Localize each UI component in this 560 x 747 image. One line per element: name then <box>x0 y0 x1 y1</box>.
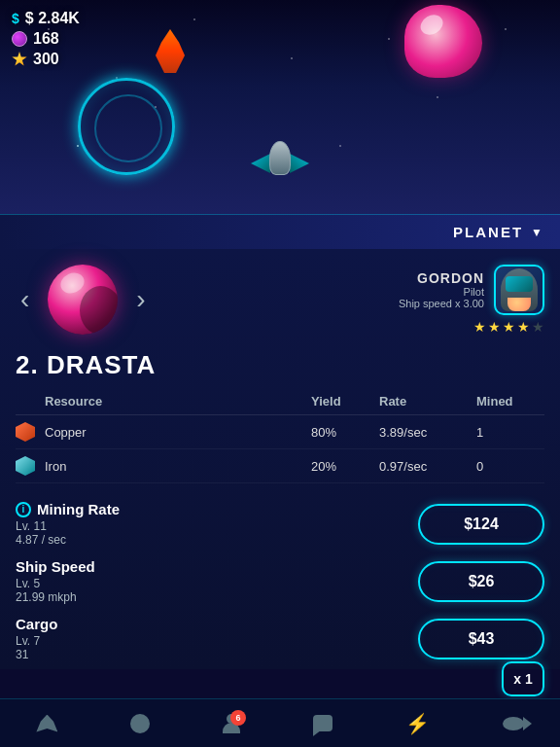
resources-table: Resource Yield Rate Mined Copper 80% 3.8… <box>0 388 560 493</box>
upgrade-ship-speed-label: Ship Speed <box>16 558 95 575</box>
pilot-info-row: GORDON Pilot Ship speed x 3.00 <box>399 265 544 315</box>
pilot-stars: ★ ★ ★ ★ ★ <box>473 319 544 335</box>
creature-body <box>404 5 482 78</box>
upgrade-mining-rate-price: $124 <box>464 516 499 533</box>
spaceship <box>251 136 309 185</box>
copper-mined: 1 <box>476 425 544 440</box>
planet-prev-button[interactable]: ‹ <box>16 284 34 315</box>
upgrade-ship-speed-title: Ship Speed <box>16 558 418 575</box>
nav-item-chat[interactable] <box>313 715 332 731</box>
upgrade-cargo-value: 31 <box>16 648 418 661</box>
planet-header-bar[interactable]: PLANET ▼ <box>0 214 560 249</box>
dropdown-arrow-icon[interactable]: ▼ <box>531 226 544 239</box>
upgrade-mining-rate-title: i Mining Rate <box>16 501 418 517</box>
planet-name: 2. DRASTA <box>16 350 544 380</box>
upgrade-mining-rate-info: i Mining Rate Lv. 11 4.87 / sec <box>16 501 418 547</box>
nav-item-person[interactable]: 6 <box>223 714 240 733</box>
coins-display: 300 <box>12 51 80 68</box>
iron-rate: 0.97/sec <box>379 459 476 474</box>
game-viewport: $ $ 2.84K 168 300 <box>0 0 560 214</box>
ship-wing-left <box>251 154 270 173</box>
money-display: $ $ 2.84K <box>12 10 80 27</box>
upgrade-cargo-label: Cargo <box>16 616 57 632</box>
star-4: ★ <box>517 319 530 335</box>
pilot-text: GORDON Pilot Ship speed x 3.00 <box>399 270 484 309</box>
nav-item-fish[interactable] <box>503 717 524 730</box>
ship-body <box>251 136 309 185</box>
col-resource: Resource <box>45 394 311 409</box>
dollar-icon: $ <box>12 11 19 26</box>
planet-label-text: PLANET <box>453 224 523 240</box>
nav-item-planet[interactable] <box>130 714 150 733</box>
iron-mined: 0 <box>476 459 544 474</box>
planet-next-button[interactable]: › <box>131 284 150 315</box>
gem-icon <box>12 31 27 47</box>
col-yield: Yield <box>311 394 379 409</box>
upgrade-ship-speed-info: Ship Speed Lv. 5 21.99 mkph <box>16 558 418 604</box>
person-badge: 6 <box>230 710 246 726</box>
planet-nav-icon <box>130 714 150 733</box>
upgrade-mining-rate-label: Mining Rate <box>37 501 120 517</box>
copper-yield: 80% <box>311 425 379 440</box>
upgrade-ship-speed-value: 21.99 mkph <box>16 590 418 604</box>
planet-name-row: 2. DRASTA <box>0 350 560 388</box>
planet-orb-container <box>44 261 122 338</box>
creature-highlight <box>417 12 446 39</box>
upgrade-cargo-button[interactable]: $43 <box>418 619 544 659</box>
upgrade-cargo-level: Lv. 7 <box>16 634 418 648</box>
table-header: Resource Yield Rate Mined <box>16 388 544 415</box>
pilot-name: GORDON <box>399 270 484 286</box>
fire-object <box>156 29 194 78</box>
pink-creature <box>404 5 502 102</box>
planet-label[interactable]: PLANET ▼ <box>453 224 544 240</box>
ship-icon <box>36 715 57 732</box>
info-icon[interactable]: i <box>16 502 31 517</box>
fire-shape <box>156 29 185 73</box>
upgrade-mining-rate: i Mining Rate Lv. 11 4.87 / sec $124 <box>16 501 544 547</box>
upgrade-ship-speed-level: Lv. 5 <box>16 577 418 590</box>
upgrade-cargo-price: $43 <box>469 630 495 648</box>
pilot-role: Pilot <box>399 286 484 298</box>
upgrade-ship-speed-button[interactable]: $26 <box>418 561 544 602</box>
chat-icon <box>313 715 332 731</box>
copper-name: Copper <box>45 425 311 440</box>
helmet <box>501 268 538 311</box>
upgrade-ship-speed-price: $26 <box>469 573 495 590</box>
multiplier-button[interactable]: x 1 <box>502 661 544 696</box>
bottom-nav: 6 ⚡ <box>0 698 560 747</box>
upgrade-mining-rate-value: 4.87 / sec <box>16 533 418 547</box>
table-row: Copper 80% 3.89/sec 1 <box>16 415 544 449</box>
visor <box>506 276 533 292</box>
ship-wing-right <box>290 154 309 173</box>
ship-center <box>269 141 291 175</box>
lightning-icon: ⚡ <box>405 712 430 735</box>
nav-item-lightning[interactable]: ⚡ <box>405 712 430 735</box>
money-value: $ 2.84K <box>25 10 80 27</box>
upgrade-mining-rate-level: Lv. 11 <box>16 519 418 533</box>
upgrade-mining-rate-button[interactable]: $124 <box>418 504 544 545</box>
star-3: ★ <box>503 319 515 335</box>
gems-display: 168 <box>12 30 80 48</box>
table-row: Iron 20% 0.97/sec 0 <box>16 449 544 483</box>
planet-orb-shadow <box>80 286 119 335</box>
face <box>508 298 531 311</box>
fish-icon <box>503 717 524 730</box>
upgrade-ship-speed: Ship Speed Lv. 5 21.99 mkph $26 <box>16 558 544 604</box>
nav-item-ship[interactable] <box>36 715 57 732</box>
col-rate: Rate <box>379 394 476 409</box>
iron-name: Iron <box>45 459 311 474</box>
col-icon <box>16 394 45 409</box>
main-panel: ‹ › GORDON Pilot Ship speed x 3.00 <box>0 249 560 669</box>
star-5: ★ <box>532 319 544 335</box>
upgrade-cargo: Cargo Lv. 7 31 $43 <box>16 616 544 661</box>
coin-icon <box>12 52 27 67</box>
col-mined: Mined <box>476 394 544 409</box>
coins-value: 300 <box>33 51 59 68</box>
hud-panel: $ $ 2.84K 168 300 <box>12 10 80 68</box>
copper-rate: 3.89/sec <box>379 425 476 440</box>
planet-orb-shine <box>57 268 88 297</box>
iron-icon <box>16 456 35 476</box>
orbit-ring <box>78 78 175 175</box>
gems-value: 168 <box>33 30 59 48</box>
star-2: ★ <box>488 319 501 335</box>
